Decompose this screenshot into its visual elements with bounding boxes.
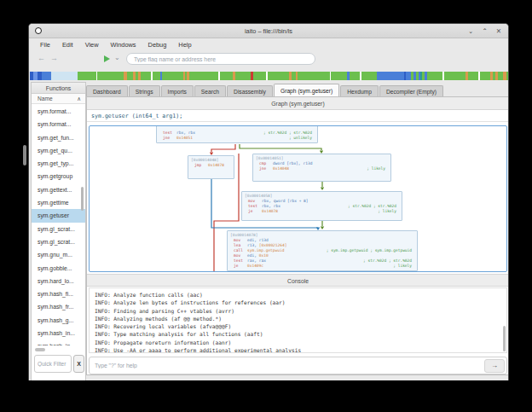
console-log[interactable]: INFO: Analyze function calls (aac)INFO: …: [89, 287, 507, 353]
tab-bar: DashboardStringsImportsSearchDisassembly…: [86, 84, 506, 96]
function-item[interactable]: sym.gnu_m...: [32, 248, 85, 261]
menu-windows[interactable]: Windows: [105, 41, 142, 49]
seek-segment[interactable]: [235, 72, 252, 80]
close-button[interactable]: ✕: [496, 27, 501, 35]
tab[interactable]: Graph (sym.getuser): [274, 84, 339, 96]
function-item[interactable]: sym.hash_fr...: [32, 300, 85, 313]
seek-segment[interactable]: [127, 72, 133, 80]
function-item[interactable]: sym.get_qu...: [32, 144, 85, 157]
seek-segment[interactable]: [97, 72, 124, 80]
asm-token: je: [234, 264, 245, 269]
console-command-input[interactable]: [90, 363, 484, 368]
function-item[interactable]: sym.hash_fi...: [32, 287, 85, 300]
function-item[interactable]: sym.get_fun...: [32, 131, 85, 144]
debug-play-icon[interactable]: [104, 55, 110, 62]
function-item[interactable]: sym.gettime: [32, 196, 85, 209]
console-scrollbar[interactable]: [503, 326, 506, 351]
seek-segment[interactable]: [361, 72, 378, 80]
graph-block[interactable]: [0x00014078]movedi,r13dlear13,[0x0002126…: [227, 230, 418, 271]
seek-segment[interactable]: [331, 72, 347, 80]
seek-segment[interactable]: [153, 72, 160, 80]
graph-block[interactable]: [0x00014051]cmpdword [rbx],r13djne0x1404…: [252, 154, 391, 182]
address-input[interactable]: [126, 53, 315, 65]
graph-block[interactable]: [0x00014058]movrbx,qword [rbx + 8]testrb…: [241, 191, 402, 221]
menu-help[interactable]: Help: [172, 41, 197, 49]
asm-token: je: [248, 209, 259, 214]
seek-segment[interactable]: [42, 72, 51, 80]
seek-segment[interactable]: [298, 72, 329, 80]
function-item[interactable]: sym.gobble...: [32, 262, 85, 275]
maximize-button[interactable]: ⌃: [482, 27, 487, 35]
asm-token: 0x14078: [262, 209, 278, 214]
function-item[interactable]: sym.hard_lo...: [32, 275, 85, 287]
console-line: INFO: Finding and parsing C++ vtables (a…: [95, 307, 506, 315]
seek-segment[interactable]: [427, 72, 443, 80]
graph-view[interactable]: testrbx,rbx; str.%02d ; str.%02djne0x140…: [89, 125, 507, 272]
graph-block[interactable]: testrbx,rbx; str.%02d ; str.%02djne0x140…: [156, 125, 318, 143]
column-name-label: Name: [38, 96, 53, 102]
tab[interactable]: Decompiler (Empty): [379, 85, 443, 96]
minimize-button[interactable]: ⌄: [468, 27, 473, 35]
tab[interactable]: Strings: [129, 85, 160, 96]
seek-segment[interactable]: [189, 72, 218, 80]
seek-segment[interactable]: [480, 72, 490, 80]
console-send-button[interactable]: →: [484, 359, 505, 373]
tab[interactable]: Hexdump: [340, 85, 379, 96]
back-arrow-icon[interactable]: ←: [38, 54, 45, 62]
function-item[interactable]: sym.get_typ...: [32, 157, 85, 170]
forward-arrow-icon[interactable]: →: [50, 54, 58, 62]
console-input-row: →: [89, 357, 507, 374]
seek-segment[interactable]: [141, 72, 151, 80]
functions-scrollbar[interactable]: [81, 187, 84, 211]
functions-hscrollbar[interactable]: [35, 348, 45, 351]
seek-segment[interactable]: [51, 72, 78, 80]
menu-bar: FileEditViewWindowsDebugHelp: [29, 38, 508, 50]
menu-view[interactable]: View: [79, 41, 105, 49]
seek-segment[interactable]: [253, 72, 267, 80]
chevron-down-icon[interactable]: ⌄: [114, 54, 120, 61]
arrow-right-icon: →: [491, 362, 498, 369]
function-item[interactable]: sym.format...: [32, 118, 85, 131]
quick-filter-input[interactable]: [34, 355, 72, 373]
graph-panel-title[interactable]: Graph (sym.getuser): [87, 97, 509, 110]
function-item[interactable]: sym.gl_scrat...: [32, 235, 85, 248]
function-item[interactable]: sym.format...: [32, 105, 85, 118]
seek-segment[interactable]: [444, 72, 466, 80]
dock-handle[interactable]: [23, 145, 26, 165]
menu-edit[interactable]: Edit: [56, 41, 79, 49]
functions-column-header[interactable]: Name ∧: [32, 94, 85, 104]
graph-block[interactable]: [0x00014048]jmp0x14078: [188, 155, 234, 179]
tab[interactable]: Dashboard: [86, 85, 128, 96]
seek-segment[interactable]: [78, 72, 96, 80]
function-item[interactable]: sym.getgroup: [32, 170, 85, 183]
function-item[interactable]: sym.hash_in...: [32, 339, 85, 345]
menu-debug[interactable]: Debug: [142, 41, 173, 49]
seek-segment[interactable]: [377, 72, 403, 80]
seek-segment[interactable]: [468, 72, 478, 80]
graph-edge-arrow-icon: [321, 226, 324, 229]
functions-panel-title[interactable]: Functions: [32, 83, 85, 94]
function-item[interactable]: sym.hash_in...: [32, 327, 85, 339]
tab[interactable]: Imports: [161, 85, 194, 96]
menu-file[interactable]: File: [34, 41, 56, 49]
function-item[interactable]: sym.hash_g...: [32, 314, 85, 327]
console-line: INFO: Analyzing methods (af @@ method.*): [95, 315, 506, 322]
sort-ascending-icon[interactable]: ∧: [77, 96, 81, 102]
function-item[interactable]: sym.gettext...: [32, 183, 85, 196]
tab[interactable]: Search: [194, 85, 226, 96]
seek-segment[interactable]: [506, 72, 509, 80]
console-panel-title[interactable]: Console: [87, 274, 509, 287]
seek-segment[interactable]: [220, 72, 234, 80]
clear-filter-button[interactable]: X: [73, 355, 84, 373]
title-bar[interactable]: iaito – file:///bin/ls ⌄ ⌃ ✕: [29, 24, 508, 38]
seek-segment[interactable]: [162, 72, 183, 80]
seek-segment[interactable]: [268, 72, 289, 80]
asm-comment: ; sym.imp.getpwuid ; sym.imp.getpwuid: [327, 248, 412, 253]
tab[interactable]: Disassembly: [227, 85, 273, 96]
seek-bar[interactable]: [30, 72, 509, 80]
function-item[interactable]: sym.gl_scrat...: [32, 223, 85, 235]
function-item[interactable]: sym.getuser: [32, 209, 85, 222]
graph-edge: [211, 144, 235, 152]
graph-block-body: [0x00014048]jmp0x14078: [191, 158, 231, 168]
seek-segment[interactable]: [350, 72, 360, 80]
